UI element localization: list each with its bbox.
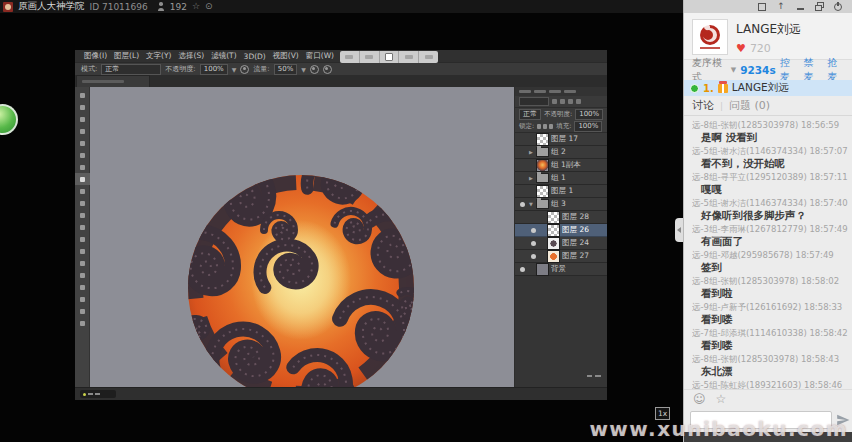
watermark: www.xunibaoku.com [589,417,848,441]
group-caret-icon[interactable] [529,202,534,207]
chat-message-text: 看到喽 [692,339,848,352]
tool-eyedropper[interactable] [75,149,90,161]
lock-icons[interactable] [537,124,553,129]
caret-down-icon[interactable] [232,66,237,73]
winctrl-up[interactable] [776,1,786,12]
chat-message-meta: 远-9组-邓越(295985678) 18:57:49 [692,250,848,261]
winctrl-power[interactable] [833,1,843,12]
tool-history-brush[interactable] [75,197,90,209]
chat-message-list[interactable]: 远-8组-张韧(1285303978) 18:56:59 是啊 没看到 远-5组… [684,116,852,389]
tool-spot-heal[interactable] [75,161,90,173]
favorite-star-icon[interactable]: ☆ [716,393,727,405]
layer-name: 图层 17 [551,134,578,144]
chat-message-meta: 远-8组-张韧(1285303978) 18:56:59 [692,120,848,131]
tool-marquee[interactable] [75,101,90,113]
tool-move[interactable] [75,89,90,101]
caret-down-icon[interactable] [301,66,306,73]
tool-lasso[interactable] [75,113,90,125]
mini-toolbar-button-5[interactable] [419,51,438,63]
blend-mode-select[interactable]: 正常 [519,109,541,120]
pressure-opacity-icon[interactable] [240,65,249,74]
winctrl-box[interactable] [757,1,767,12]
mini-toolbar-button-1[interactable] [340,51,360,63]
group-caret-icon[interactable] [529,176,534,181]
eye-icon[interactable] [529,254,537,259]
layer-row[interactable]: 组 1 [515,172,607,185]
layer-row[interactable]: 组 3 [515,198,607,211]
mini-toolbar-button-4[interactable] [399,51,419,63]
layer-row[interactable]: 图层 26 [515,224,607,237]
mini-toolbar-button-3[interactable] [380,51,400,63]
tool-quick-select[interactable] [75,125,90,137]
ps-canvas[interactable] [90,87,514,387]
caret-down-icon[interactable] [731,66,736,74]
panel-tab-strip[interactable] [515,87,607,96]
ps-menu-item[interactable]: 3D(D) [244,52,266,61]
layer-row[interactable]: 图层 27 [515,250,607,263]
layer-name: 组 3 [551,199,566,209]
layer-row[interactable]: 图层 28 [515,211,607,224]
tool-dodge[interactable] [75,245,90,257]
ps-menu-item[interactable]: 图像(I) [84,51,107,61]
airbrush-icon[interactable] [310,65,319,74]
mini-toolbar-button-2[interactable] [360,51,380,63]
eye-icon[interactable] [518,202,526,207]
group-caret-icon[interactable] [529,150,534,155]
layer-row[interactable]: 背景 [515,263,607,276]
layer-row[interactable]: 组 2 [515,146,607,159]
tool-pen[interactable] [75,257,90,269]
tool-blur[interactable] [75,233,90,245]
opacity-select[interactable]: 100% [200,64,228,75]
heart-icon[interactable]: ♥ [736,43,746,54]
opacity-value[interactable]: 100% [575,109,603,120]
tool-shape[interactable] [75,293,90,305]
layer-row[interactable]: 图层 1 [515,185,607,198]
eye-icon[interactable] [529,228,537,233]
chat-message: 远-8组-张韧(1285303978) 18:58:02 看到啦 [692,276,848,300]
ps-menu-item[interactable]: 滤镜(T) [211,51,236,61]
layer-thumbnail [537,134,548,145]
document-tab[interactable] [76,75,150,87]
emoji-icon[interactable]: ☺ [693,393,706,405]
ps-menu-item[interactable]: 图层(L) [114,51,139,61]
winctrl-restore[interactable] [814,1,824,12]
eye-icon[interactable] [518,267,526,272]
chat-message-meta: 远-8组-张韧(1285303978) 18:58:43 [692,354,848,365]
winctrl-min[interactable] [795,1,805,12]
tool-brush[interactable] [75,173,90,185]
tool-crop[interactable] [75,137,90,149]
mic-queue-entry[interactable]: 1. LANGE刘远 [684,80,852,96]
clock-icon[interactable]: ⊙ [205,2,213,11]
ps-menu-item[interactable]: 选择(S) [179,51,205,61]
tool-gradient[interactable] [75,221,90,233]
tool-type[interactable] [75,269,90,281]
smoothing-icon[interactable] [323,65,332,74]
layer-row[interactable]: 图层 24 [515,237,607,250]
tool-path-select[interactable] [75,281,90,293]
sidebar-collapse-handle[interactable] [675,218,683,242]
eye-icon[interactable] [529,241,537,246]
star-icon[interactable]: ☆ [192,2,200,11]
tool-eraser[interactable] [75,209,90,221]
layer-row[interactable]: 组 1副本 [515,159,607,172]
fill-value[interactable]: 100% [574,121,602,132]
tab-discussion[interactable]: 讨论 [692,98,714,113]
layer-name: 图层 1 [551,186,573,196]
ps-toolbar [75,87,90,387]
flow-select[interactable]: 50% [274,64,298,75]
mode-select[interactable]: 正常 [101,64,161,75]
streamer-avatar[interactable] [692,19,728,55]
ps-menu-item[interactable]: 窗口(W) [306,51,334,61]
ps-menu-item[interactable]: 文字(Y) [146,51,171,61]
layer-row[interactable]: 图层 17 [515,133,607,146]
tool-hand[interactable] [75,305,90,317]
queue-rank: 1. [703,83,714,94]
layer-filter-row[interactable] [515,96,607,108]
layer-name: 图层 28 [562,212,589,222]
ps-menu-item[interactable]: 视图(V) [273,51,299,61]
tool-clone-stamp[interactable] [75,185,90,197]
tab-question[interactable]: 问题 (0) [729,98,770,113]
layer-list: 图层 17 组 2 [515,132,607,276]
tool-zoom[interactable] [75,317,90,329]
floating-green-badge[interactable] [0,104,18,135]
